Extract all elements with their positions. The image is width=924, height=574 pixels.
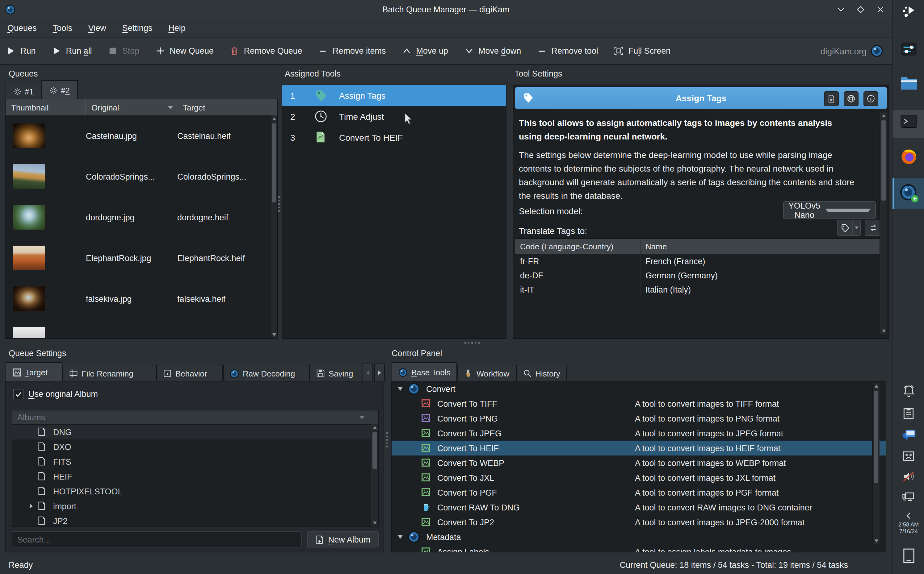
minimize-button[interactable] [835, 4, 846, 15]
use-original-album-row[interactable]: Use original Album [13, 389, 98, 399]
toolbar-move-down-button[interactable]: Move down [464, 46, 521, 56]
tab-raw-decoding[interactable]: Raw Decoding [223, 365, 310, 382]
maximize-button[interactable] [855, 4, 866, 15]
toolbar-run-button[interactable]: Run [6, 46, 36, 56]
digikam-org-link[interactable]: digiKam.org [821, 38, 883, 64]
queue-item-row[interactable]: ElephantRock.jpg ElephantRock.heif [6, 238, 270, 278]
document-button[interactable] [824, 91, 839, 106]
volume-muted-icon[interactable] [892, 470, 924, 483]
new-album-button[interactable]: New Album [307, 531, 379, 547]
assigned-tool-row[interactable]: 1 Assign Tags [282, 85, 506, 106]
tool-settings-scrollbar[interactable] [880, 112, 887, 334]
globe-button[interactable] [844, 91, 859, 106]
menu-help[interactable]: Help [168, 23, 186, 32]
album-item-import[interactable]: import [13, 499, 378, 514]
queue-item-row[interactable]: Castelnau.jpg Castelnau.heif [6, 115, 270, 156]
tab-workflow[interactable]: Workflow [457, 365, 516, 382]
display-settings-icon[interactable] [892, 490, 924, 504]
tab-scroll-right-button[interactable] [374, 364, 385, 382]
albums-scrollbar[interactable] [371, 424, 378, 527]
album-item-fits[interactable]: FITS [13, 454, 378, 469]
toolbar-run-all-button[interactable]: Run all [52, 46, 92, 56]
tab-scroll-left-button[interactable] [363, 364, 373, 382]
horizontal-splitter-handle[interactable] [464, 342, 480, 344]
file-manager-icon[interactable] [892, 75, 924, 91]
tool-group-metadata[interactable]: Metadata [392, 530, 886, 544]
album-item-heif[interactable]: HEIF [13, 469, 378, 484]
tool-row-convert-to-jxl[interactable]: Convert To JXL A tool to convert images … [392, 470, 886, 485]
column-header-thumbnail[interactable]: Thumbnail [6, 99, 86, 115]
assigned-tool-row[interactable]: 3 Convert To HEIF [282, 127, 506, 148]
assigned-tool-row[interactable]: 2 Time Adjust [282, 106, 506, 127]
column-header-original[interactable]: Original [86, 99, 177, 115]
selection-model-combobox[interactable]: YOLOv5 Nano [783, 201, 876, 219]
language-row[interactable]: fr-FR French (France) [515, 254, 881, 268]
tool-row-convert-to-png[interactable]: Convert To PNG A tool to convert images … [392, 411, 886, 426]
firefox-icon[interactable] [892, 148, 924, 165]
titlebar[interactable]: Batch Queue Manager — digiKam [0, 0, 892, 19]
column-header-name[interactable]: Name [641, 239, 881, 254]
album-item-dxo[interactable]: DXO [13, 440, 378, 454]
queue-list-scrollbar[interactable] [270, 115, 277, 338]
tool-row-convert-to-pgf[interactable]: Convert To PGF A tool to convert images … [392, 485, 886, 500]
collapse-icon[interactable] [398, 535, 403, 539]
queue-item-row[interactable]: ColoradoSprings... ColoradoSprings... [6, 156, 270, 197]
messages-icon[interactable] [892, 428, 924, 443]
terminal-icon[interactable] [892, 115, 924, 128]
add-language-button[interactable] [837, 220, 861, 236]
tool-row-convert-to-jpeg[interactable]: Convert To JPEG A tool to convert images… [392, 426, 886, 441]
collapse-icon[interactable] [398, 387, 403, 391]
close-button[interactable] [875, 4, 886, 15]
tool-group-convert[interactable]: Convert [392, 382, 886, 396]
toolbar-new-queue-button[interactable]: New Queue [155, 46, 214, 56]
tab-history[interactable]: History [516, 365, 567, 382]
info-button[interactable] [864, 91, 878, 106]
album-search-input[interactable] [12, 531, 302, 547]
tab-file-renaming[interactable]: File Renaming [62, 365, 156, 382]
tool-row-convert-to-tiff[interactable]: Convert To TIFF A tool to convert images… [392, 396, 886, 411]
queue-tab-2[interactable]: #2 [42, 80, 78, 99]
clipboard-icon[interactable] [892, 407, 924, 420]
tool-row-convert-to-webp[interactable]: Convert To WEBP A tool to convert images… [392, 456, 886, 470]
crash-reporter-icon[interactable] [892, 449, 924, 463]
toolbar-remove-queue-button[interactable]: Remove Queue [230, 46, 302, 56]
album-item-dng[interactable]: DNG [13, 425, 378, 440]
collapse-tray-icon[interactable] [892, 511, 924, 520]
app-launcher-icon[interactable] [892, 5, 924, 20]
language-row[interactable]: de-DE German (Germany) [515, 268, 881, 283]
control-panel-scrollbar[interactable] [872, 383, 880, 544]
language-row[interactable]: it-IT Italian (Italy) [515, 283, 881, 297]
notifications-icon[interactable] [892, 384, 924, 398]
queue-item-row[interactable]: dordogne.jpg dordogne.heif [6, 197, 270, 238]
bottom-splitter-handle[interactable] [386, 432, 388, 447]
menu-view[interactable]: View [88, 23, 106, 32]
toolbar-remove-items-button[interactable]: Remove items [318, 46, 386, 56]
vertical-splitter-handle[interactable] [278, 196, 280, 211]
tab-base-tools[interactable]: Base Tools [392, 362, 457, 382]
column-header-code[interactable]: Code (Language-Country) [515, 239, 641, 254]
queue-item-row[interactable]: falsekiva.jpg falsekiva.heif [6, 278, 270, 319]
album-item-jp2[interactable]: JP2 [13, 514, 378, 527]
system-settings-icon[interactable] [892, 41, 924, 57]
menu-settings[interactable]: Settings [122, 23, 153, 32]
tool-row-assign-labels[interactable]: Assign Labels A tool to assign labels me… [392, 544, 886, 552]
toolbar-move-up-button[interactable]: Move up [402, 46, 448, 56]
album-item-hotpixelstool[interactable]: HOTPIXELSTOOL [13, 484, 378, 499]
toolbar-full-screen-button[interactable]: Full Screen [614, 46, 671, 56]
albums-combobox[interactable]: Albums [13, 410, 378, 425]
menu-queues[interactable]: Queues [8, 23, 37, 32]
queue-item-row-partial[interactable] [6, 319, 270, 337]
toolbar-remove-tool-button[interactable]: Remove tool [537, 46, 598, 56]
tab-target[interactable]: Target [6, 362, 62, 382]
queue-tab-1[interactable]: #1 [6, 83, 42, 99]
tool-row-convert-raw-to-dng[interactable]: Convert RAW To DNG A tool to convert RAW… [392, 500, 886, 515]
column-header-target[interactable]: Target [177, 99, 277, 115]
menu-tools[interactable]: Tools [53, 23, 72, 32]
expander-icon[interactable] [30, 504, 36, 509]
digikam-icon[interactable] [892, 183, 924, 203]
tool-row-convert-to-jp2[interactable]: Convert To JP2 A tool to convert images … [392, 515, 886, 530]
tab-behavior[interactable]: Behavior [156, 365, 223, 382]
clock[interactable]: 2:58 AM 7/16/24 [892, 522, 924, 535]
show-desktop-button[interactable] [892, 548, 924, 563]
tool-row-convert-to-heif[interactable]: Convert To HEIF A tool to convert images… [392, 441, 886, 456]
